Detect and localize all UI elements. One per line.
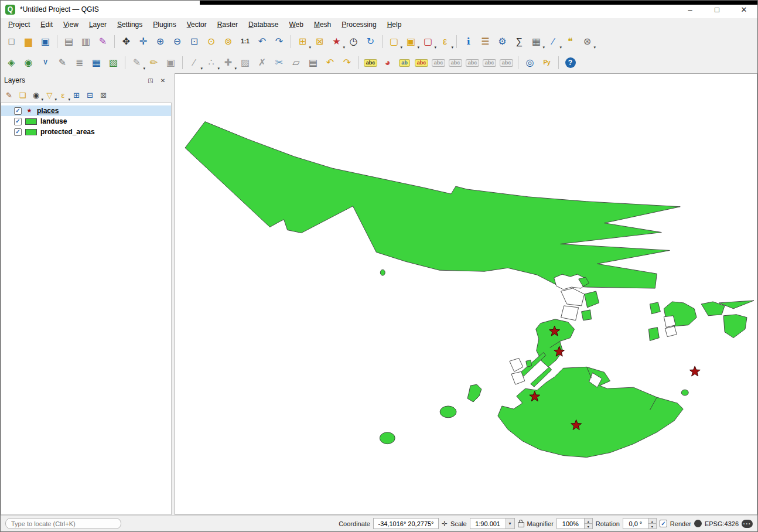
filter-legend-button[interactable]: ▽▾ — [43, 88, 56, 102]
menu-database[interactable]: Database — [243, 19, 284, 30]
dropdown-arrow-icon[interactable]: ▾ — [200, 66, 203, 71]
new-spatial-bookmark-button[interactable]: ★▾ — [329, 34, 344, 50]
add-group-button[interactable]: ❏ — [16, 88, 29, 102]
identify-features-button[interactable]: ℹ — [460, 34, 476, 50]
zoom-full-button[interactable]: ⊡ — [186, 34, 202, 50]
scale-combo[interactable]: ▾ — [470, 518, 515, 529]
dropdown-arrow-icon[interactable]: ▾ — [143, 66, 145, 71]
select-by-expression-button[interactable]: ε▾ — [437, 34, 453, 50]
vertex-tool-button[interactable]: ✚▾ — [220, 55, 236, 71]
zoom-next-button[interactable]: ↷ — [271, 34, 287, 50]
statistical-summary-button[interactable]: ∑ — [511, 34, 527, 50]
move-label-button[interactable]: abc — [482, 55, 497, 71]
processing-toolbox-button[interactable]: ⚙ — [494, 34, 510, 50]
panel-close-button[interactable]: ✕ — [159, 76, 167, 84]
pin-labels-button[interactable]: ab — [397, 55, 412, 71]
menu-layer[interactable]: Layer — [84, 19, 112, 30]
messages-icon[interactable] — [742, 520, 753, 528]
map-tips-button[interactable]: ❝ — [562, 34, 578, 50]
metasearch-button[interactable]: ◎ — [522, 55, 538, 71]
dropdown-arrow-icon[interactable]: ▾ — [451, 45, 453, 50]
style-manager-button[interactable]: ✎ — [95, 34, 111, 50]
menu-settings[interactable]: Settings — [112, 19, 148, 30]
pin-unpin-labels-button[interactable]: abc — [448, 55, 463, 71]
expand-all-button[interactable]: ⊞ — [70, 88, 83, 102]
select-features-button[interactable]: ▢▾ — [386, 34, 402, 50]
current-edits-button[interactable]: ✎▾ — [129, 55, 145, 71]
add-feature-button[interactable]: ∴▾ — [203, 55, 219, 71]
pan-to-selection-button[interactable]: ✛ — [135, 34, 151, 50]
dropdown-arrow-icon[interactable]: ▾ — [593, 45, 596, 50]
layer-labeling-button[interactable]: abc — [363, 55, 378, 71]
redo-button[interactable]: ↷ — [339, 55, 355, 71]
magnifier-spinbox[interactable]: ▴▾ — [556, 518, 593, 529]
dropdown-arrow-icon[interactable]: ▾ — [309, 45, 311, 50]
layer-item-protected_areas[interactable]: ✓protected_areas — [1, 127, 171, 137]
layer-visibility-checkbox[interactable]: ✓ — [14, 128, 22, 136]
collapse-all-button[interactable]: ⊟ — [83, 88, 97, 102]
menu-vector[interactable]: Vector — [182, 19, 212, 30]
pan-map-button[interactable]: ✥ — [118, 34, 134, 50]
dropdown-arrow-icon[interactable]: ▾ — [417, 45, 419, 50]
menu-raster[interactable]: Raster — [212, 19, 243, 30]
copy-features-button[interactable]: ▱ — [288, 55, 304, 71]
new-virtual-layer-button[interactable]: ≣ — [71, 55, 87, 71]
spin-up-icon[interactable]: ▴ — [585, 518, 593, 523]
zoom-native-button[interactable]: 1:1 — [237, 34, 253, 50]
menu-project[interactable]: Project — [3, 19, 35, 30]
new-project-button[interactable]: □ — [4, 34, 19, 50]
menu-mesh[interactable]: Mesh — [309, 19, 336, 30]
zoom-in-button[interactable]: ⊕ — [152, 34, 168, 50]
filter-by-expression-button[interactable]: ε▾ — [56, 88, 70, 102]
zoom-to-layer-button[interactable]: ⊚ — [220, 34, 236, 50]
menu-edit[interactable]: Edit — [35, 19, 58, 30]
menu-plugins[interactable]: Plugins — [148, 19, 181, 30]
render-checkbox[interactable]: ✓ — [660, 520, 667, 527]
delete-selected-button[interactable]: ✗ — [254, 55, 270, 71]
attribute-table-button[interactable]: ▦▾ — [528, 34, 544, 50]
show-hide-labels-button[interactable]: abc — [465, 55, 480, 71]
layer-visibility-checkbox[interactable]: ✓ — [14, 118, 22, 125]
dropdown-arrow-icon[interactable]: ▾ — [234, 66, 237, 71]
menu-processing[interactable]: Processing — [336, 19, 381, 30]
map-canvas[interactable] — [175, 73, 757, 515]
spin-down-icon[interactable]: ▾ — [585, 523, 593, 529]
layer-item-landuse[interactable]: ✓landuse — [1, 116, 171, 127]
rotation-spinbox[interactable]: ▴▾ — [623, 518, 657, 529]
dropdown-arrow-icon[interactable]: ▾ — [559, 45, 562, 50]
digitize-with-segment-button[interactable]: ∕▾ — [186, 55, 202, 71]
coordinate-input[interactable] — [373, 518, 439, 529]
dropdown-arrow-icon[interactable]: ▾ — [434, 45, 436, 50]
crs-label[interactable]: EPSG:4326 — [705, 520, 739, 527]
lock-scale-icon[interactable] — [518, 522, 524, 527]
field-calculator-button[interactable]: ☰ — [477, 34, 493, 50]
new-3d-map-view-button[interactable]: ⊠ — [312, 34, 327, 50]
undo-button[interactable]: ↶ — [322, 55, 338, 71]
dropdown-arrow-icon[interactable]: ▾ — [217, 66, 220, 71]
zoom-to-selection-button[interactable]: ⊙ — [203, 34, 219, 50]
magnifier-input[interactable] — [556, 518, 585, 529]
menu-help[interactable]: Help — [382, 19, 407, 30]
new-shapefile-layer-button[interactable]: ◉ — [21, 55, 36, 71]
layer-diagram-button[interactable]: ◕ — [380, 55, 395, 71]
menu-web[interactable]: Web — [284, 19, 308, 30]
measure-button[interactable]: ∕▾ — [545, 34, 561, 50]
spin-down-icon[interactable]: ▾ — [648, 523, 657, 529]
open-layer-styling-button[interactable]: ✎ — [2, 88, 16, 102]
new-map-view-button[interactable]: ⊞▾ — [295, 34, 310, 50]
scale-input[interactable] — [470, 518, 506, 529]
new-gpx-layer-button[interactable]: ▧ — [105, 55, 121, 71]
toggle-editing-button[interactable]: ✏ — [146, 55, 162, 71]
new-temporary-scratch-layer-button[interactable]: ✎ — [54, 55, 70, 71]
show-unplaced-labels-button[interactable]: abc — [431, 55, 446, 71]
new-geopackage-layer-button[interactable]: ◈ — [4, 55, 19, 71]
panel-float-button[interactable]: ◳ — [146, 76, 155, 84]
refresh-map-button[interactable]: ↻ — [363, 34, 378, 50]
toggle-extents-icon[interactable]: ✛ — [442, 520, 448, 528]
remove-layer-button[interactable]: ⊠ — [97, 88, 110, 102]
highlight-pinned-labels-button[interactable]: abc — [414, 55, 429, 71]
cut-features-button[interactable]: ✂ — [271, 55, 287, 71]
deselect-features-button[interactable]: ▢▾ — [420, 34, 436, 50]
zoom-last-button[interactable]: ↶ — [254, 34, 270, 50]
rotation-input[interactable] — [623, 518, 648, 529]
